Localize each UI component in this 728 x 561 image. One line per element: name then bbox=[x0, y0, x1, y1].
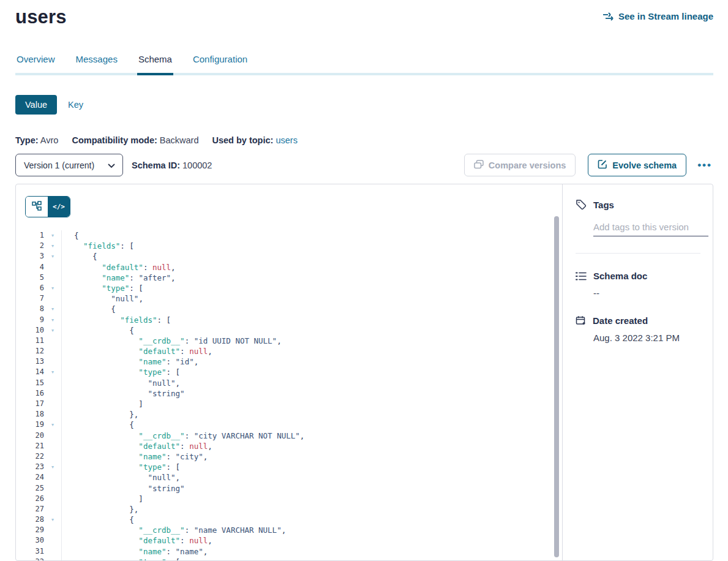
tree-view-button[interactable] bbox=[26, 197, 48, 217]
tags-input[interactable] bbox=[593, 220, 708, 236]
code-line: 30 "default": null, bbox=[25, 535, 562, 546]
code-line: 13 "name": "id", bbox=[25, 356, 562, 367]
code-line: 5 "name": "after", bbox=[25, 273, 562, 283]
code-view-icon: </> bbox=[53, 203, 65, 211]
page-title: users bbox=[15, 6, 67, 28]
line-number: 17 bbox=[25, 399, 50, 409]
value-toggle-button[interactable]: Value bbox=[15, 95, 57, 115]
line-number: 23 bbox=[25, 462, 50, 472]
code-line: 31 "name": "name", bbox=[25, 546, 562, 557]
scrollbar-thumb[interactable] bbox=[554, 216, 559, 557]
fold-arrow-icon[interactable]: ▾ bbox=[50, 251, 62, 262]
line-number: 20 bbox=[25, 431, 50, 441]
code-text: "name": "after", bbox=[62, 273, 176, 283]
code-line: 8▾ { bbox=[25, 304, 562, 314]
evolve-schema-icon bbox=[598, 159, 607, 171]
code-line: 28▾ { bbox=[25, 514, 562, 525]
more-actions-button[interactable]: ••• bbox=[696, 156, 713, 174]
code-line: 15 "null", bbox=[25, 378, 562, 388]
fold-arrow-icon[interactable]: ▾ bbox=[50, 230, 62, 241]
code-text: "__crdb__": "id UUID NOT NULL", bbox=[62, 336, 282, 346]
line-number: 22 bbox=[25, 451, 50, 462]
tab-overview[interactable]: Overview bbox=[15, 54, 56, 75]
line-number: 6 bbox=[25, 283, 50, 293]
list-icon bbox=[576, 271, 587, 281]
topic-label: Used by topic: bbox=[212, 135, 273, 145]
fold-arrow-icon[interactable]: ▾ bbox=[50, 462, 62, 472]
tab-schema[interactable]: Schema bbox=[137, 54, 173, 75]
page-header: users See in Stream lineage bbox=[0, 0, 728, 28]
tag-icon bbox=[576, 199, 587, 210]
code-text: "string" bbox=[62, 388, 185, 399]
line-number: 13 bbox=[25, 356, 50, 367]
tab-bar: Overview Messages Schema Configuration bbox=[15, 54, 713, 75]
fold-spacer bbox=[50, 535, 62, 546]
code-text: ] bbox=[62, 494, 143, 504]
line-number: 29 bbox=[25, 525, 50, 535]
schema-doc-section: Schema doc -- bbox=[576, 271, 700, 298]
code-text: { bbox=[62, 325, 134, 336]
tab-messages[interactable]: Messages bbox=[75, 54, 119, 75]
code-line: 27 }, bbox=[25, 504, 562, 514]
stream-lineage-label: See in Stream lineage bbox=[618, 11, 713, 21]
code-view-button[interactable]: </> bbox=[48, 197, 70, 217]
line-number: 11 bbox=[25, 336, 50, 346]
schema-id: Schema ID: 100002 bbox=[132, 160, 212, 170]
fold-spacer bbox=[50, 356, 62, 367]
line-number: 24 bbox=[25, 472, 50, 483]
fold-arrow-icon[interactable]: ▾ bbox=[50, 557, 62, 560]
fold-spacer bbox=[50, 273, 62, 283]
fold-arrow-icon[interactable]: ▾ bbox=[50, 283, 62, 293]
line-number: 5 bbox=[25, 273, 50, 283]
evolve-schema-button[interactable]: Evolve schema bbox=[588, 154, 686, 176]
code-line: 20 "__crdb__": "city VARCHAR NOT NULL", bbox=[25, 431, 562, 441]
fold-spacer bbox=[50, 451, 62, 462]
fold-arrow-icon[interactable]: ▾ bbox=[50, 420, 62, 430]
line-number: 14 bbox=[25, 367, 50, 377]
code-text: "default": null, bbox=[62, 346, 212, 356]
fold-spacer bbox=[50, 504, 62, 514]
tab-configuration[interactable]: Configuration bbox=[192, 54, 249, 75]
line-number: 9 bbox=[25, 315, 50, 325]
details-sidebar: Tags Schema doc -- bbox=[562, 184, 713, 560]
calendar-plus-icon bbox=[576, 315, 586, 326]
fold-arrow-icon[interactable]: ▾ bbox=[50, 367, 62, 377]
code-text: }, bbox=[62, 504, 138, 514]
topic-link[interactable]: users bbox=[276, 135, 297, 145]
type-value: Avro bbox=[40, 135, 59, 145]
code-text: "null", bbox=[62, 472, 180, 483]
editor-view-toggle: </> bbox=[25, 196, 70, 217]
fold-spacer bbox=[50, 494, 62, 504]
code-line: 16 "string" bbox=[25, 388, 562, 399]
fold-arrow-icon[interactable]: ▾ bbox=[50, 315, 62, 325]
line-number: 26 bbox=[25, 494, 50, 504]
code-text: "__crdb__": "name VARCHAR NULL", bbox=[62, 525, 286, 535]
fold-spacer bbox=[50, 441, 62, 451]
fold-arrow-icon[interactable]: ▾ bbox=[50, 325, 62, 336]
code-line: 14▾ "type": [ bbox=[25, 367, 562, 377]
code-text: { bbox=[62, 420, 134, 430]
code-text: { bbox=[62, 251, 97, 262]
fold-arrow-icon[interactable]: ▾ bbox=[50, 241, 62, 251]
code-line: 26 ] bbox=[25, 494, 562, 504]
compat-pair: Compatibility mode: Backward bbox=[72, 135, 198, 145]
fold-spacer bbox=[50, 346, 62, 356]
code-text: "type": [ bbox=[62, 557, 180, 560]
code-line: 12 "default": null, bbox=[25, 346, 562, 356]
code-text: { bbox=[62, 304, 116, 314]
stream-lineage-link[interactable]: See in Stream lineage bbox=[602, 11, 713, 21]
date-created-value: Aug. 3 2022 3:21 PM bbox=[593, 333, 700, 343]
key-toggle-button[interactable]: Key bbox=[66, 95, 93, 115]
code-text: "name": "city", bbox=[62, 451, 208, 462]
version-select[interactable]: Version 1 (current) bbox=[15, 154, 123, 176]
fold-spacer bbox=[50, 388, 62, 399]
fold-arrow-icon[interactable]: ▾ bbox=[50, 514, 62, 525]
code-line: 18 }, bbox=[25, 409, 562, 420]
compare-versions-button[interactable]: Compare versions bbox=[464, 154, 576, 176]
fold-arrow-icon[interactable]: ▾ bbox=[50, 304, 62, 314]
code-line: 7 "null", bbox=[25, 293, 562, 304]
code-text: "null", bbox=[62, 378, 180, 388]
date-created-header: Date created bbox=[576, 315, 700, 326]
code-text: { bbox=[62, 230, 79, 241]
line-number: 8 bbox=[25, 304, 50, 314]
